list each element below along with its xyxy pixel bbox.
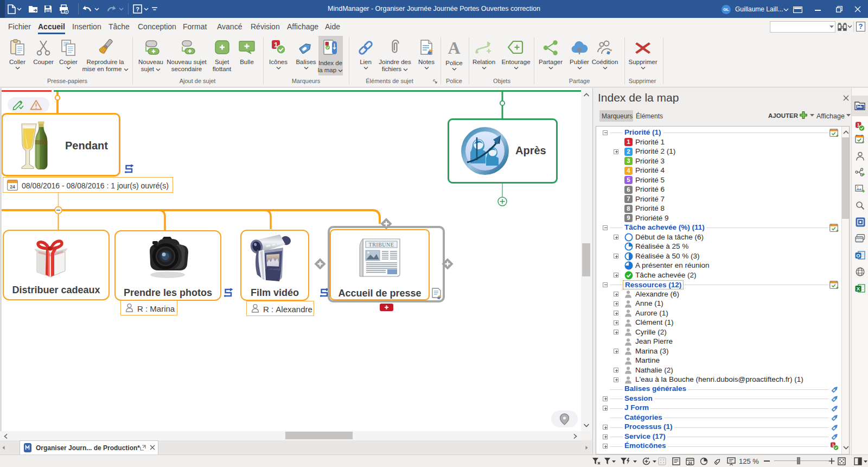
svg-text:24: 24 [688, 461, 692, 465]
svg-text:X: X [857, 286, 860, 292]
svg-text:TRIBUNE: TRIBUNE [369, 242, 394, 248]
svg-text:O: O [856, 253, 860, 258]
svg-text:24: 24 [10, 184, 15, 190]
